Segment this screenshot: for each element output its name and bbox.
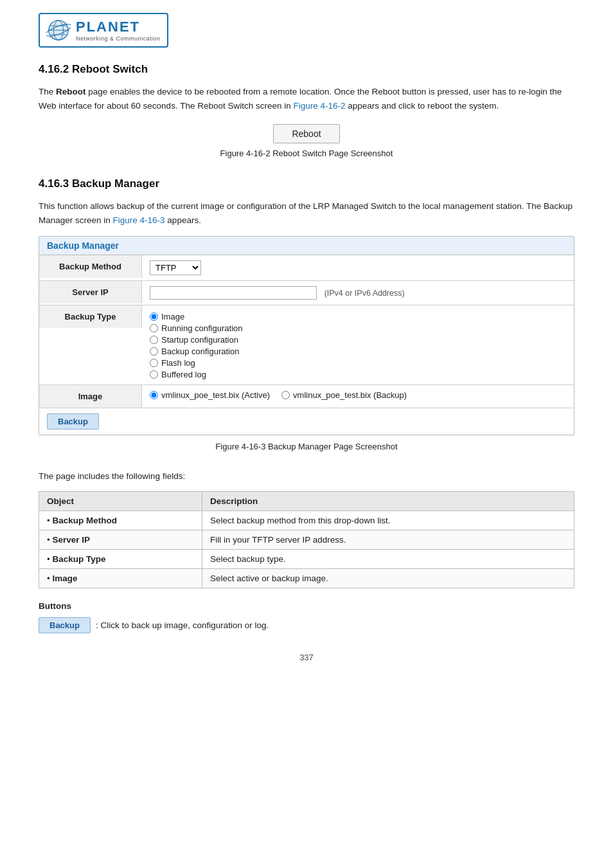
fig-4-16-2-caption: Figure 4-16-2 Reboot Switch Page Screens… bbox=[220, 149, 393, 158]
radio-backup-config-input[interactable] bbox=[150, 347, 158, 356]
bm-label-method: Backup Method bbox=[39, 255, 142, 278]
reboot-para-before: The bbox=[39, 87, 56, 96]
fields-intro: The page includes the following fields: bbox=[39, 469, 574, 484]
fig-4-16-3-caption: Figure 4-16-3 Backup Manager Page Screen… bbox=[39, 442, 574, 451]
reboot-bold: Reboot bbox=[56, 87, 86, 96]
backup-button-in-table[interactable]: Backup bbox=[47, 413, 99, 429]
radio-backup-config[interactable]: Backup configuration bbox=[150, 347, 566, 356]
bm-value-method: TFTP FTP SFTP bbox=[142, 255, 574, 280]
backup-manager-table: Backup Manager Backup Method TFTP FTP SF… bbox=[39, 236, 574, 435]
table-row: • Image Select active or backup image. bbox=[39, 568, 574, 588]
logo-planet-text: PLANET bbox=[76, 19, 161, 35]
bm-row-image: Image vmlinux_poe_test.bix (Active) vmli… bbox=[39, 385, 574, 408]
radio-image-input[interactable] bbox=[150, 312, 158, 321]
bm-label-backup-type: Backup Type bbox=[39, 305, 142, 328]
section-reboot: 4.16.2 Reboot Switch The Reboot page ena… bbox=[39, 63, 574, 158]
server-ip-input[interactable] bbox=[150, 286, 317, 300]
radio-buffered-log[interactable]: Buffered log bbox=[150, 370, 566, 379]
reboot-button[interactable]: Reboot bbox=[273, 124, 339, 143]
table-row: • Backup Method Select backup method fro… bbox=[39, 511, 574, 530]
fig-4-16-3-link[interactable]: Figure 4-16-3 bbox=[113, 215, 165, 225]
fields-col-object: Object bbox=[39, 491, 202, 511]
radio-startup-config[interactable]: Startup configuration bbox=[150, 335, 566, 345]
backup-method-select[interactable]: TFTP FTP SFTP bbox=[150, 260, 201, 275]
fields-table: Object Description • Backup Method Selec… bbox=[39, 491, 574, 588]
radio-flash-log-input[interactable] bbox=[150, 359, 158, 367]
section-backup-heading: 4.16.3 Backup Manager bbox=[39, 177, 574, 190]
field-desc-image: Select active or backup image. bbox=[202, 568, 574, 588]
bm-value-image: vmlinux_poe_test.bix (Active) vmlinux_po… bbox=[142, 385, 574, 405]
field-object-backup-method: • Backup Method bbox=[39, 511, 202, 530]
bm-row-server-ip: Server IP (IPv4 or IPv6 Address) bbox=[39, 281, 574, 305]
field-desc-backup-type: Select backup type. bbox=[202, 549, 574, 568]
section-backup-manager: 4.16.3 Backup Manager This function allo… bbox=[39, 177, 574, 451]
logo-box: PLANET Networking & Communication bbox=[39, 13, 168, 48]
bm-row-method: Backup Method TFTP FTP SFTP bbox=[39, 255, 574, 281]
bm-value-backup-type: Image Running configuration Startup conf… bbox=[142, 305, 574, 384]
radio-image-active-input[interactable] bbox=[150, 391, 158, 399]
backup-button-bottom[interactable]: Backup bbox=[39, 617, 91, 633]
reboot-figure: Reboot Figure 4-16-2 Reboot Switch Page … bbox=[39, 124, 574, 158]
backup-inline: Backup : Click to back up image, configu… bbox=[39, 617, 574, 633]
ip-hint: (IPv4 or IPv6 Address) bbox=[324, 289, 405, 298]
radio-buffered-log-input[interactable] bbox=[150, 370, 158, 379]
page-number: 337 bbox=[39, 653, 574, 662]
planet-logo-icon bbox=[46, 18, 71, 42]
field-object-server-ip: • Server IP bbox=[39, 530, 202, 549]
backup-para-end: appears. bbox=[165, 215, 201, 225]
bm-footer: Backup bbox=[39, 408, 574, 435]
bm-label-image: Image bbox=[39, 385, 142, 408]
backup-btn-desc: : Click to back up image, configuration … bbox=[96, 620, 269, 630]
logo-text-area: PLANET Networking & Communication bbox=[76, 19, 161, 42]
backup-type-radio-group: Image Running configuration Startup conf… bbox=[150, 311, 566, 379]
bm-label-server-ip: Server IP bbox=[39, 281, 142, 303]
radio-image-active[interactable]: vmlinux_poe_test.bix (Active) bbox=[150, 390, 270, 400]
radio-startup-config-input[interactable] bbox=[150, 336, 158, 344]
backup-manager-title: Backup Manager bbox=[39, 237, 574, 255]
section-reboot-para: The Reboot page enables the device to be… bbox=[39, 85, 574, 113]
logo-area: PLANET Networking & Communication bbox=[39, 13, 574, 48]
table-row: • Server IP Fill in your TFTP server IP … bbox=[39, 530, 574, 549]
radio-image-backup[interactable]: vmlinux_poe_test.bix (Backup) bbox=[281, 390, 407, 400]
radio-flash-log[interactable]: Flash log bbox=[150, 358, 566, 368]
fig-4-16-2-link[interactable]: Figure 4-16-2 bbox=[293, 101, 345, 111]
section-backup-para: This function allows backup of the curre… bbox=[39, 199, 574, 227]
field-desc-backup-method: Select backup method from this drop-down… bbox=[202, 511, 574, 530]
buttons-section: Buttons Backup : Click to back up image,… bbox=[39, 601, 574, 633]
image-radio-group: vmlinux_poe_test.bix (Active) vmlinux_po… bbox=[150, 390, 566, 400]
bm-row-backup-type: Backup Type Image Running configuration … bbox=[39, 305, 574, 385]
bm-value-server-ip: (IPv4 or IPv6 Address) bbox=[142, 281, 574, 305]
buttons-heading: Buttons bbox=[39, 601, 574, 611]
section-reboot-heading: 4.16.2 Reboot Switch bbox=[39, 63, 574, 76]
radio-image[interactable]: Image bbox=[150, 312, 566, 321]
fields-col-description: Description bbox=[202, 491, 574, 511]
radio-running-config-input[interactable] bbox=[150, 324, 158, 332]
field-object-backup-type: • Backup Type bbox=[39, 549, 202, 568]
reboot-para-end: appears and click to reboot the system. bbox=[346, 101, 499, 111]
field-desc-server-ip: Fill in your TFTP server IP address. bbox=[202, 530, 574, 549]
logo-sub-text: Networking & Communication bbox=[76, 35, 161, 42]
radio-running-config[interactable]: Running configuration bbox=[150, 323, 566, 333]
table-row: • Backup Type Select backup type. bbox=[39, 549, 574, 568]
fields-section: The page includes the following fields: … bbox=[39, 469, 574, 588]
field-object-image: • Image bbox=[39, 568, 202, 588]
radio-image-backup-input[interactable] bbox=[281, 391, 290, 399]
